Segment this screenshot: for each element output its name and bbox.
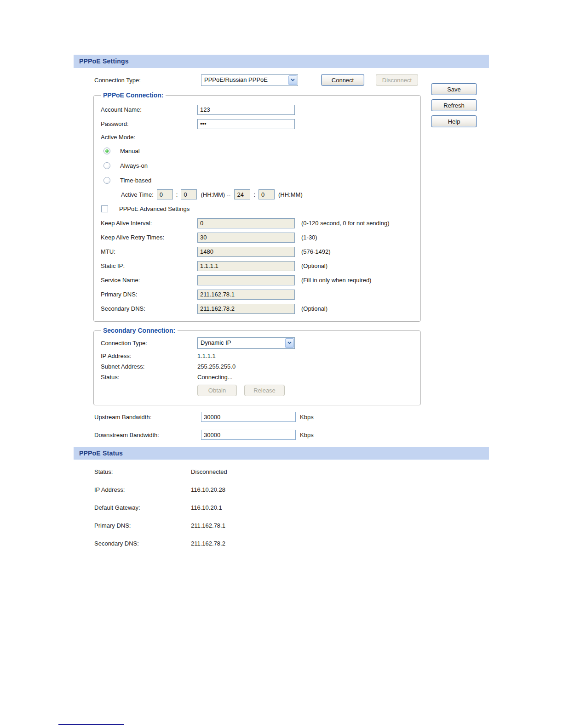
downstream-bandwidth-input[interactable] bbox=[201, 430, 296, 440]
active-mode-option-manual[interactable]: Manual bbox=[94, 143, 420, 158]
secondary-connection-type-row: Connection Type: Dynamic IP bbox=[94, 335, 420, 351]
downstream-bandwidth-label: Downstream Bandwidth: bbox=[94, 432, 201, 438]
password-input[interactable] bbox=[197, 119, 295, 129]
secondary-connection-fieldset: Secondary Connection: Connection Type: D… bbox=[93, 327, 421, 405]
status-row: IP Address: 116.10.20.28 bbox=[94, 484, 227, 495]
secondary-connection-type-select[interactable]: Dynamic IP bbox=[197, 337, 295, 349]
account-name-label: Account Name: bbox=[101, 106, 197, 113]
keep-alive-interval-row: Keep Alive Interval: (0-120 second, 0 fo… bbox=[94, 216, 420, 230]
radio-label: Time-based bbox=[120, 177, 151, 184]
radio-label: Manual bbox=[120, 148, 140, 154]
advanced-settings-label: PPPoE Advanced Settings bbox=[119, 205, 190, 212]
row-value: Connecting... bbox=[197, 374, 233, 381]
status-row: Secondary DNS: 211.162.78.2 bbox=[94, 538, 227, 549]
row-value: 1.1.1.1 bbox=[197, 353, 216, 359]
secondary-connection-type-label: Connection Type: bbox=[101, 340, 197, 347]
row-label: Status: bbox=[101, 374, 197, 381]
keep-alive-retry-input[interactable] bbox=[197, 233, 295, 243]
upstream-bandwidth-row: Upstream Bandwidth: Kbps bbox=[94, 411, 314, 423]
chevron-down-icon[interactable] bbox=[288, 75, 297, 85]
password-label: Password: bbox=[101, 120, 197, 127]
advanced-settings-row[interactable]: PPPoE Advanced Settings bbox=[94, 201, 420, 216]
save-button[interactable]: Save bbox=[431, 83, 477, 95]
field-hint: (Optional) bbox=[301, 305, 327, 312]
field-label: MTU: bbox=[101, 248, 197, 255]
status-label: Default Gateway: bbox=[94, 504, 191, 511]
active-time-end-hour-input[interactable] bbox=[234, 189, 250, 199]
status-value: 211.162.78.2 bbox=[191, 540, 225, 547]
radio-icon[interactable] bbox=[103, 177, 110, 184]
pppoe-settings-header: PPPoE Settings bbox=[74, 55, 489, 68]
downstream-bandwidth-unit: Kbps bbox=[300, 432, 314, 438]
primary-dns-input[interactable] bbox=[197, 290, 295, 300]
radio-icon[interactable] bbox=[103, 148, 110, 154]
disconnect-button[interactable]: Disconnect bbox=[376, 74, 418, 86]
connection-type-selected-value: PPPoE/Russian PPPoE bbox=[201, 75, 288, 85]
active-time-start-minute-input[interactable] bbox=[181, 189, 197, 199]
pppoe-connection-legend: PPPoE Connection: bbox=[101, 91, 166, 99]
field-label: Static IP: bbox=[101, 262, 197, 269]
advanced-settings-checkbox[interactable] bbox=[101, 205, 108, 212]
field-label: Keep Alive Interval: bbox=[101, 220, 197, 227]
status-label: IP Address: bbox=[94, 486, 191, 493]
upstream-bandwidth-input[interactable] bbox=[201, 412, 296, 422]
secondary-buttons-row: Obtain Release bbox=[94, 382, 420, 398]
secondary-connection-type-value: Dynamic IP bbox=[198, 338, 285, 348]
field-hint: (Optional) bbox=[301, 262, 327, 269]
status-value: 116.10.20.28 bbox=[191, 486, 225, 493]
status-value: 211.162.78.1 bbox=[191, 522, 225, 529]
row-label: Subnet Address: bbox=[101, 363, 197, 370]
active-time-start-hour-input[interactable] bbox=[157, 189, 173, 199]
status-row: Primary DNS: 211.162.78.1 bbox=[94, 520, 227, 531]
bottom-rule bbox=[58, 724, 124, 725]
help-button[interactable]: Help bbox=[431, 115, 477, 127]
secondary-dns-row: Secondary DNS: (Optional) bbox=[94, 301, 420, 316]
connection-type-label: Connection Type: bbox=[94, 77, 201, 84]
service-name-input[interactable] bbox=[197, 275, 295, 285]
field-hint: (0-120 second, 0 for not sending) bbox=[301, 220, 390, 227]
obtain-button[interactable]: Obtain bbox=[197, 385, 237, 396]
release-button[interactable]: Release bbox=[244, 385, 285, 396]
secondary-dns-input[interactable] bbox=[197, 304, 295, 314]
time-colon: : bbox=[176, 191, 178, 198]
hhmm-separator: (HH:MM) -- bbox=[201, 191, 230, 198]
connection-type-select[interactable]: PPPoE/Russian PPPoE bbox=[201, 74, 298, 86]
secondary-ip-row: IP Address: 1.1.1.1 bbox=[94, 351, 420, 361]
account-name-input[interactable] bbox=[197, 105, 295, 115]
row-label: IP Address: bbox=[101, 353, 197, 359]
mtu-input[interactable] bbox=[197, 247, 295, 257]
refresh-button[interactable]: Refresh bbox=[431, 99, 477, 111]
active-mode-row: Active Mode: bbox=[94, 131, 420, 143]
field-hint: (1-30) bbox=[301, 234, 317, 241]
status-row: Default Gateway: 116.10.20.1 bbox=[94, 502, 227, 513]
pppoe-status-list: Status: Disconnected IP Address: 116.10.… bbox=[94, 466, 227, 556]
connect-button[interactable]: Connect bbox=[321, 74, 364, 86]
field-label: Keep Alive Retry Times: bbox=[101, 234, 197, 241]
radio-icon[interactable] bbox=[103, 162, 110, 169]
downstream-bandwidth-row: Downstream Bandwidth: Kbps bbox=[94, 429, 314, 441]
active-mode-option-time-based[interactable]: Time-based bbox=[94, 173, 420, 188]
active-mode-label: Active Mode: bbox=[101, 134, 135, 141]
chevron-down-icon[interactable] bbox=[285, 338, 294, 348]
keep-alive-interval-input[interactable] bbox=[197, 218, 295, 228]
status-row: Status: Disconnected bbox=[94, 466, 227, 477]
active-mode-option-always-on[interactable]: Always-on bbox=[94, 158, 420, 173]
secondary-status-row: Status: Connecting... bbox=[94, 372, 420, 382]
active-time-label: Active Time: bbox=[121, 191, 154, 198]
pppoe-connection-fieldset: PPPoE Connection: Account Name: Password… bbox=[93, 91, 421, 322]
status-label: Status: bbox=[94, 468, 191, 475]
static-ip-input[interactable] bbox=[197, 261, 295, 271]
mtu-row: MTU: (576-1492) bbox=[94, 245, 420, 259]
upstream-bandwidth-label: Upstream Bandwidth: bbox=[94, 414, 201, 421]
field-label: Secondary DNS: bbox=[101, 305, 197, 312]
row-value: 255.255.255.0 bbox=[197, 363, 236, 370]
side-buttons: Save Refresh Help bbox=[431, 83, 477, 127]
active-time-end-minute-input[interactable] bbox=[259, 189, 275, 199]
field-label: Primary DNS: bbox=[101, 291, 197, 298]
primary-dns-row: Primary DNS: bbox=[94, 287, 420, 301]
status-value: Disconnected bbox=[191, 468, 227, 475]
active-time-row: Active Time: : (HH:MM) -- : (HH:MM) bbox=[94, 188, 420, 201]
static-ip-row: Static IP: (Optional) bbox=[94, 259, 420, 273]
secondary-subnet-row: Subnet Address: 255.255.255.0 bbox=[94, 361, 420, 372]
status-label: Secondary DNS: bbox=[94, 540, 191, 547]
